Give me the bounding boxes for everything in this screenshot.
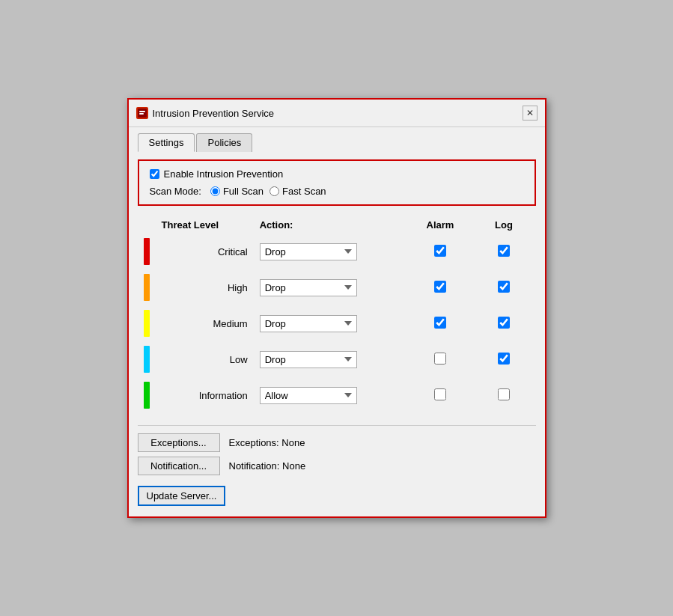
- tab-bar: Settings Policies: [138, 133, 536, 152]
- color-bar-cell: [138, 269, 156, 305]
- color-bar: [144, 382, 150, 409]
- action-cell: DropAllowReset: [254, 341, 409, 377]
- table-row: InformationDropAllowReset: [138, 377, 536, 413]
- tab-policies[interactable]: Policies: [196, 133, 252, 152]
- app-icon: [136, 107, 148, 119]
- th-threat-level: Threat Level: [156, 216, 254, 234]
- action-cell: DropAllowReset: [254, 234, 409, 269]
- divider: [138, 425, 536, 426]
- color-bar: [144, 274, 150, 301]
- log-cell: [472, 341, 535, 377]
- exceptions-row: Exceptions... Exceptions: None: [138, 433, 536, 452]
- fast-scan-option: Fast Scan: [269, 186, 326, 197]
- log-cell: [472, 234, 535, 269]
- full-scan-label: Full Scan: [223, 186, 264, 197]
- log-cell: [472, 377, 535, 413]
- log-checkbox-high[interactable]: [498, 281, 510, 293]
- action-select-medium[interactable]: DropAllowReset: [260, 315, 357, 332]
- alarm-cell: [409, 269, 472, 305]
- table-row: CriticalDropAllowReset: [138, 234, 536, 269]
- color-bar-cell: [138, 377, 156, 413]
- alarm-checkbox-low[interactable]: [434, 353, 446, 365]
- color-bar: [144, 346, 150, 373]
- update-row: Update Server...: [138, 486, 536, 506]
- level-name: Low: [156, 341, 254, 377]
- log-checkbox-critical[interactable]: [498, 245, 510, 257]
- exceptions-button[interactable]: Exceptions...: [138, 433, 220, 452]
- svg-rect-2: [139, 113, 144, 115]
- scan-mode-row: Scan Mode: Full Scan Fast Scan: [150, 186, 524, 197]
- table-row: HighDropAllowReset: [138, 269, 536, 305]
- window-title: Intrusion Prevention Service: [153, 108, 275, 119]
- full-scan-option: Full Scan: [210, 186, 264, 197]
- action-select-low[interactable]: DropAllowReset: [260, 351, 357, 368]
- full-scan-radio[interactable]: [210, 186, 220, 196]
- buttons-section: Exceptions... Exceptions: None Notificat…: [138, 433, 536, 475]
- update-server-button[interactable]: Update Server...: [138, 486, 226, 506]
- notification-button[interactable]: Notification...: [138, 457, 220, 475]
- action-cell: DropAllowReset: [254, 269, 409, 305]
- tab-settings[interactable]: Settings: [138, 133, 195, 152]
- enable-label: Enable Intrusion Prevention: [164, 168, 284, 180]
- scan-mode-label: Scan Mode:: [150, 186, 201, 197]
- log-cell: [472, 305, 535, 341]
- window-body: Settings Policies Enable Intrusion Preve…: [129, 127, 545, 516]
- color-bar-cell: [138, 341, 156, 377]
- alarm-checkbox-critical[interactable]: [434, 245, 446, 257]
- log-checkbox-low[interactable]: [498, 353, 510, 365]
- th-action: Action:: [254, 216, 409, 234]
- action-select-critical[interactable]: DropAllowReset: [260, 243, 357, 260]
- action-cell: DropAllowReset: [254, 377, 409, 413]
- level-name: Medium: [156, 305, 254, 341]
- svg-rect-1: [139, 111, 145, 112]
- color-bar-cell: [138, 305, 156, 341]
- color-bar-cell: [138, 234, 156, 269]
- close-button[interactable]: ✕: [523, 106, 538, 121]
- action-select-high[interactable]: DropAllowReset: [260, 279, 357, 296]
- alarm-checkbox-high[interactable]: [434, 281, 446, 293]
- exceptions-desc: Exceptions: None: [229, 437, 305, 448]
- log-cell: [472, 269, 535, 305]
- level-name: Information: [156, 377, 254, 413]
- alarm-cell: [409, 377, 472, 413]
- table-row: MediumDropAllowReset: [138, 305, 536, 341]
- notification-row: Notification... Notification: None: [138, 457, 536, 475]
- threat-table: Threat Level Action: Alarm Log CriticalD…: [138, 216, 536, 413]
- color-bar: [144, 310, 150, 337]
- table-row: LowDropAllowReset: [138, 341, 536, 377]
- title-bar: Intrusion Prevention Service ✕: [129, 100, 545, 127]
- level-name: High: [156, 269, 254, 305]
- enable-row: Enable Intrusion Prevention: [150, 168, 524, 180]
- log-checkbox-medium[interactable]: [498, 317, 510, 329]
- action-select-info[interactable]: DropAllowReset: [260, 387, 357, 404]
- alarm-cell: [409, 234, 472, 269]
- fast-scan-radio[interactable]: [269, 186, 279, 196]
- notification-desc: Notification: None: [229, 460, 306, 472]
- main-window: Intrusion Prevention Service ✕ Settings …: [127, 98, 546, 518]
- alarm-checkbox-medium[interactable]: [434, 317, 446, 329]
- enable-section: Enable Intrusion Prevention Scan Mode: F…: [138, 159, 536, 206]
- alarm-cell: [409, 341, 472, 377]
- th-color-bar: [138, 216, 156, 234]
- action-cell: DropAllowReset: [254, 305, 409, 341]
- th-log: Log: [472, 216, 535, 234]
- th-alarm: Alarm: [409, 216, 472, 234]
- title-bar-left: Intrusion Prevention Service: [136, 107, 275, 119]
- alarm-cell: [409, 305, 472, 341]
- level-name: Critical: [156, 234, 254, 269]
- enable-checkbox[interactable]: [150, 169, 159, 179]
- color-bar: [144, 238, 150, 265]
- log-checkbox-info[interactable]: [498, 388, 510, 400]
- fast-scan-label: Fast Scan: [282, 186, 326, 197]
- alarm-checkbox-info[interactable]: [434, 388, 446, 400]
